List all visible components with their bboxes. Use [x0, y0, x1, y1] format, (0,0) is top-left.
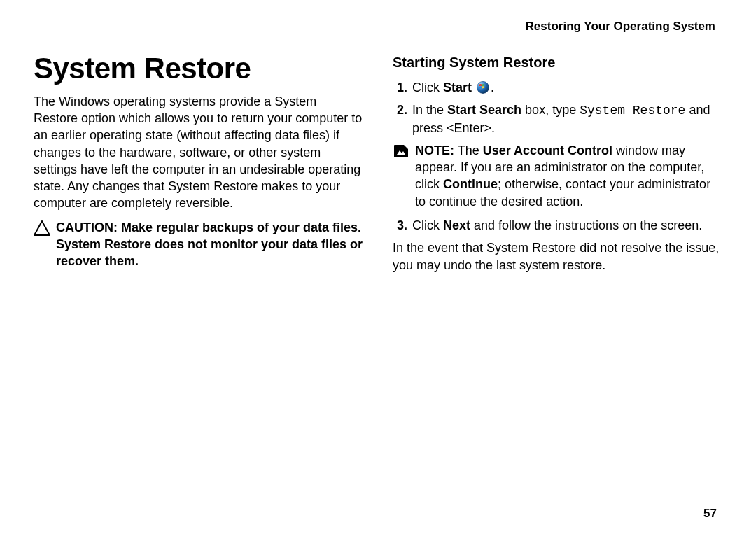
step-2-bold: Start Search [447, 103, 522, 117]
step-2-mid: box, type [522, 103, 580, 117]
step-3-bold: Next [443, 218, 470, 232]
step-2-code: System Restore [580, 104, 685, 118]
running-header: Restoring Your Operating System [34, 20, 722, 34]
procedure-steps-1: Click Start [393, 79, 722, 136]
note-callout: NOTE: The User Account Control window ma… [393, 142, 722, 210]
left-column: System Restore The Windows operating sys… [34, 49, 363, 281]
step-1-text-pre: Click [412, 80, 443, 94]
note-bold-2: Continue [443, 177, 498, 191]
page-number: 57 [704, 507, 717, 521]
caution-text: CAUTION: Make regular backups of your da… [56, 219, 363, 270]
closing-paragraph: In the event that System Restore did not… [393, 239, 722, 274]
step-1-text-post [472, 80, 475, 94]
step-1: Click Start [411, 79, 722, 96]
step-2: In the Start Search box, type System Res… [411, 101, 722, 136]
step-1-bold: Start [443, 80, 472, 94]
caution-icon [34, 220, 50, 236]
step-2-pre: In the [412, 103, 447, 117]
right-column: Starting System Restore Click Start [393, 49, 722, 281]
svg-marker-0 [34, 221, 50, 235]
note-text: NOTE: The User Account Control window ma… [415, 142, 722, 210]
subsection-title: Starting System Restore [393, 53, 722, 72]
windows-start-orb-icon [477, 81, 489, 94]
step-3: Click Next and follow the instructions o… [411, 217, 722, 234]
step-3-pre: Click [412, 218, 443, 232]
note-label: NOTE: [415, 143, 454, 157]
step-3-post: and follow the instructions on the scree… [470, 218, 702, 232]
step-1-end: . [491, 80, 494, 94]
two-column-layout: System Restore The Windows operating sys… [34, 49, 722, 281]
section-title: System Restore [34, 49, 363, 89]
note-bold-1: User Account Control [483, 143, 612, 157]
document-page: Restoring Your Operating System System R… [0, 0, 756, 536]
procedure-steps-2: Click Next and follow the instructions o… [393, 217, 722, 234]
note-pre: The [454, 143, 483, 157]
note-icon [393, 143, 410, 159]
intro-paragraph: The Windows operating systems provide a … [34, 93, 363, 212]
caution-callout: CAUTION: Make regular backups of your da… [34, 219, 363, 270]
